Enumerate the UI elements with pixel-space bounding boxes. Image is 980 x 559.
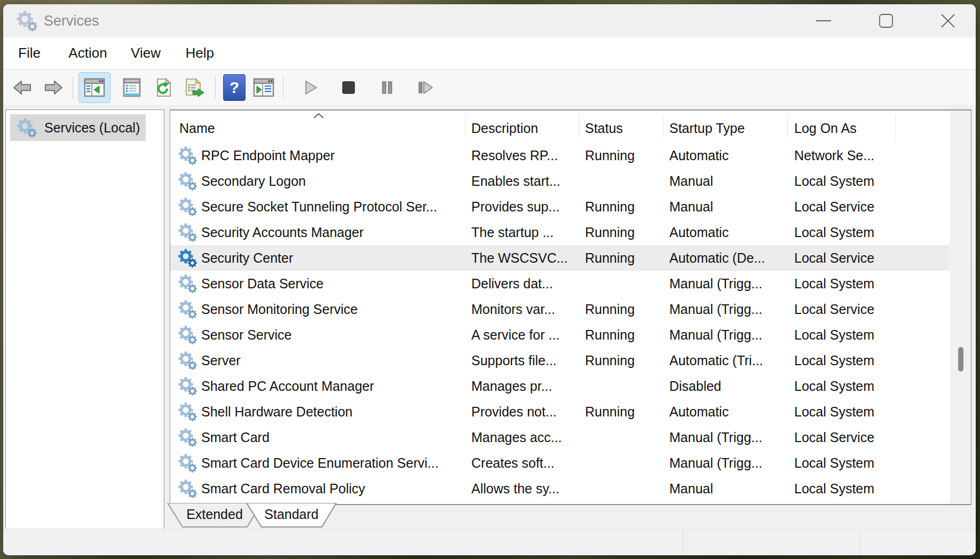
close-icon: [936, 9, 960, 33]
column-header-name[interactable]: Name: [179, 111, 215, 143]
column-header-startup-type[interactable]: Startup Type: [669, 111, 745, 143]
service-gear-icon: [178, 402, 197, 421]
sidebar-item-services-local[interactable]: Services (Local): [10, 114, 146, 141]
service-row[interactable]: RPC Endpoint Mapper Resolves RP... Runni…: [170, 143, 950, 168]
service-startup-type: Automatic: [669, 399, 729, 424]
titlebar: Services: [3, 4, 976, 37]
properties-button[interactable]: [119, 73, 145, 102]
service-log-on-as: Local Service: [794, 194, 874, 219]
service-name: Shared PC Account Manager: [201, 373, 374, 399]
service-status: Running: [585, 348, 635, 373]
tab-standard[interactable]: Standard: [246, 503, 337, 527]
service-gear-icon: [178, 479, 197, 498]
service-description: Resolves RP...: [471, 143, 558, 168]
column-divider[interactable]: [895, 115, 896, 138]
service-name: Smart Card Device Enumeration Servi...: [201, 450, 439, 476]
service-description: Manages acc...: [471, 424, 562, 450]
column-divider[interactable]: [663, 115, 663, 138]
vertical-scrollbar[interactable]: [950, 111, 971, 504]
show-console-tree-button[interactable]: [78, 72, 110, 103]
service-status: Running: [585, 143, 635, 168]
menu-view[interactable]: View: [131, 37, 161, 68]
forward-button[interactable]: [41, 73, 66, 102]
service-description: Monitors var...: [471, 296, 555, 322]
service-row[interactable]: Secondary Logon Enables start... Manual …: [170, 168, 950, 194]
toolbar-separator: [283, 76, 283, 99]
column-divider[interactable]: [787, 115, 788, 138]
scrollbar-thumb[interactable]: [958, 347, 963, 372]
services-node-label: Services (Local): [44, 120, 140, 136]
service-gear-icon: [178, 376, 197, 396]
maximize-button[interactable]: [874, 9, 898, 33]
maximize-icon: [874, 9, 898, 33]
pause-service-button[interactable]: [374, 73, 400, 102]
service-startup-type: Disabled: [669, 373, 721, 399]
service-name: Secondary Logon: [201, 168, 306, 194]
column-header-log-on-as[interactable]: Log On As: [794, 111, 857, 143]
service-row[interactable]: Security Accounts Manager The startup ..…: [170, 219, 950, 245]
service-log-on-as: Local System: [794, 399, 874, 424]
console-tree-pane: Services (Local): [5, 109, 164, 532]
service-row[interactable]: Shared PC Account Manager Manages pr... …: [170, 373, 950, 399]
service-description: Delivers dat...: [471, 271, 553, 296]
service-log-on-as: Local System: [794, 219, 874, 245]
service-log-on-as: Local System: [794, 348, 874, 373]
service-name: Shell Hardware Detection: [201, 399, 352, 424]
service-gear-icon: [178, 274, 197, 293]
service-row[interactable]: Secure Socket Tunneling Protocol Ser... …: [170, 194, 950, 219]
menu-action[interactable]: Action: [68, 37, 107, 68]
start-service-button[interactable]: [298, 73, 324, 102]
service-log-on-as: Local System: [794, 476, 874, 501]
service-description: Provides sup...: [471, 194, 559, 219]
minimize-icon: [811, 9, 836, 33]
service-row[interactable]: Smart Card Manages acc... Manual (Trigg.…: [170, 424, 950, 450]
service-log-on-as: Network Se...: [794, 143, 874, 168]
menu-help[interactable]: Help: [185, 37, 214, 68]
service-row[interactable]: Server Supports file... Running Automati…: [170, 348, 950, 373]
back-button[interactable]: [10, 73, 35, 102]
service-description: Creates soft...: [471, 450, 555, 476]
service-log-on-as: Local System: [794, 168, 874, 194]
service-gear-icon: [178, 453, 197, 473]
properties-icon: [122, 78, 141, 97]
column-divider[interactable]: [579, 115, 579, 138]
service-startup-type: Manual (Trigg...: [669, 424, 762, 450]
service-name: Security Center: [201, 245, 293, 271]
close-button[interactable]: [936, 9, 960, 33]
service-row[interactable]: Sensor Data Service Delivers dat... Manu…: [170, 271, 950, 296]
column-header-description[interactable]: Description: [471, 111, 538, 143]
status-bar-divider: [859, 531, 860, 554]
export-list-icon: [184, 78, 206, 97]
services-list-view: Name Description Status Startup Type Log…: [170, 109, 971, 505]
console-tree-icon: [84, 78, 105, 97]
minimize-button[interactable]: [811, 9, 836, 33]
view-tabs: Extended Standard: [170, 503, 971, 530]
refresh-button[interactable]: [151, 73, 177, 102]
service-row[interactable]: Smart Card Device Enumeration Servi... C…: [170, 450, 950, 476]
restart-service-icon: [417, 80, 434, 95]
show-action-pane-button[interactable]: [251, 73, 276, 102]
service-name: Security Accounts Manager: [201, 219, 363, 245]
service-row[interactable]: Sensor Service A service for ... Running…: [170, 322, 950, 348]
service-log-on-as: Local Service: [794, 424, 874, 450]
start-service-icon: [304, 80, 318, 96]
service-row[interactable]: Security Center The WSCSVC... Running Au…: [170, 245, 950, 271]
restart-service-button[interactable]: [413, 73, 438, 102]
service-gear-icon: [178, 300, 197, 319]
export-list-button[interactable]: [182, 73, 208, 102]
service-row[interactable]: Smart Card Removal Policy Allows the sy.…: [170, 476, 950, 501]
service-log-on-as: Local System: [794, 271, 874, 296]
column-header-status[interactable]: Status: [585, 111, 623, 143]
service-gear-icon: [178, 197, 197, 216]
service-row[interactable]: Sensor Monitoring Service Monitors var..…: [170, 296, 950, 322]
column-divider[interactable]: [465, 115, 466, 138]
refresh-icon: [154, 78, 173, 97]
menu-bar: File Action View Help: [3, 37, 976, 69]
help-button[interactable]: ?: [223, 74, 246, 101]
service-status: Running: [585, 322, 635, 348]
service-name: Sensor Data Service: [201, 271, 323, 296]
service-startup-type: Automatic (De...: [669, 245, 765, 271]
service-row[interactable]: Shell Hardware Detection Provides not...…: [170, 399, 950, 424]
menu-file[interactable]: File: [18, 37, 41, 68]
stop-service-button[interactable]: [336, 73, 361, 102]
